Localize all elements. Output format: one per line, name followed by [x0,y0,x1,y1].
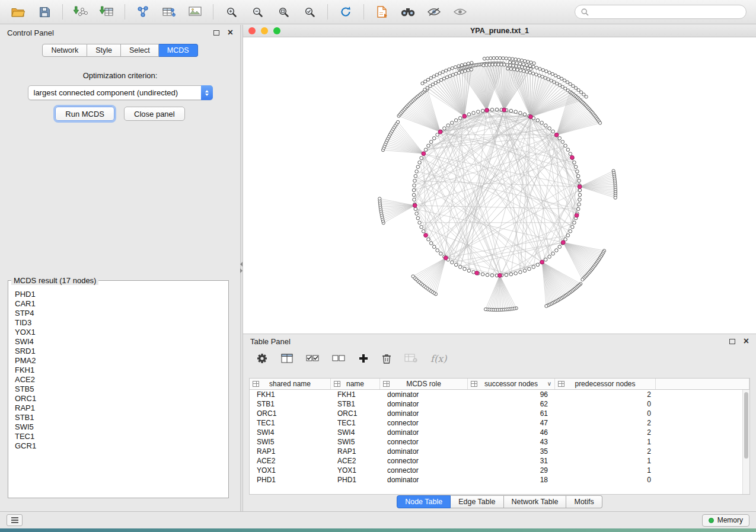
mcds-result-item[interactable]: ACE2 [15,375,222,384]
refresh-icon [340,6,352,18]
fx-icon: f(x) [430,353,446,364]
import-table-button[interactable] [94,2,119,21]
table-row[interactable]: FKH1FKH1dominator962 [250,390,749,399]
run-mcds-button[interactable]: Run MCDS [55,107,114,121]
tab-mcds[interactable]: MCDS [159,44,198,57]
column-attr-icon[interactable] [383,381,390,387]
close-panel-icon[interactable]: × [228,28,233,37]
column-header[interactable]: name [331,379,380,389]
tab-select[interactable]: Select [121,44,159,57]
column-header[interactable]: MCDS role [380,379,468,389]
search-box[interactable] [575,5,747,19]
import-network-button[interactable] [68,2,93,21]
mcds-result-item[interactable]: CAR1 [15,299,222,309]
collapse-left-icon[interactable] [240,262,243,267]
column-header[interactable]: shared name [250,379,331,389]
mcds-result-item[interactable]: FKH1 [15,366,222,375]
table-row[interactable]: STB1STB1dominator620 [250,399,749,409]
plus-icon [358,353,369,364]
table-row[interactable]: SWI4SWI4dominator462 [250,428,749,437]
tab-motifs[interactable]: Motifs [566,495,602,508]
zoom-selected-button[interactable] [297,2,322,21]
float-table-panel-icon[interactable] [729,339,735,344]
table-row[interactable]: YOX1YOX1connector291 [250,466,749,475]
tab-node-table[interactable]: Node Table [397,495,451,508]
table-header-row: shared namenameMCDS rolesuccessor nodes∨… [250,379,749,390]
copy-style-button[interactable] [369,2,394,21]
deselect-all-button[interactable] [332,353,345,364]
graphics-details-button[interactable] [422,2,446,21]
mcds-result-item[interactable]: RAP1 [15,403,222,413]
table-row[interactable]: ORC1ORC1dominator610 [250,409,749,418]
mcds-result-item[interactable]: STB5 [15,384,222,394]
zoom-fit-button[interactable] [271,2,296,21]
close-table-panel-icon[interactable]: × [744,336,749,346]
network-window: YPA_prune.txt_1 [243,25,756,334]
criterion-value: largest connected component (undirected) [28,88,201,97]
table-row[interactable]: SWI5SWI5connector431 [250,437,749,447]
show-hide-button[interactable] [448,2,473,21]
search-input[interactable] [592,8,740,16]
gear-icon [256,352,268,364]
column-header[interactable]: predecessor nodes [555,379,656,389]
table-settings-button[interactable] [256,352,268,364]
memory-button[interactable]: Memory [702,514,749,527]
tab-network-table[interactable]: Network Table [504,495,567,508]
mcds-result-item[interactable]: SRD1 [15,347,222,356]
new-network-button[interactable] [130,2,155,21]
table-toolbar: f(x) [243,348,756,368]
float-panel-icon[interactable] [213,30,219,36]
delete-table-button[interactable] [404,354,417,363]
close-panel-button[interactable]: Close panel [124,107,185,121]
column-attr-icon[interactable] [334,381,340,387]
network-from-image-button[interactable] [183,2,208,21]
column-attr-icon[interactable] [471,381,477,387]
table-row[interactable]: RAP1RAP1dominator352 [250,447,749,456]
mcds-result-item[interactable]: TID3 [15,318,222,328]
control-panel-title: Control Panel [7,28,54,37]
tab-network[interactable]: Network [42,44,87,57]
network-canvas[interactable] [243,37,756,334]
tab-edge-table[interactable]: Edge Table [451,495,503,508]
zoom-in-icon [226,7,237,18]
mcds-result-item[interactable]: SWI4 [15,337,222,347]
collapse-right-icon[interactable] [240,268,243,273]
mcds-result-item[interactable]: PMA2 [15,356,222,366]
task-history-button[interactable] [7,514,23,526]
select-all-button[interactable] [306,353,319,364]
sort-caret-icon[interactable]: ∨ [547,381,551,387]
table-row[interactable]: TEC1TEC1connector472 [250,418,749,428]
table-panel: Table Panel × f(x) shared namenameMCDS r… [243,334,756,511]
delete-column-button[interactable] [382,353,391,364]
mcds-result-item[interactable]: PHD1 [15,290,222,299]
table-row[interactable]: ACE2ACE2connector311 [250,456,749,466]
save-session-button[interactable] [32,2,57,21]
show-columns-button[interactable] [281,353,293,364]
function-builder-button[interactable]: f(x) [430,353,446,364]
mcds-result-item[interactable]: SWI5 [15,422,222,432]
refresh-button[interactable] [333,2,358,21]
add-column-button[interactable] [358,353,369,364]
zoom-out-button[interactable] [245,2,270,21]
mcds-result-item[interactable]: ORC1 [15,394,222,403]
toolbar-separator [62,4,63,20]
column-attr-icon[interactable] [558,381,564,387]
mcds-result-item[interactable]: TEC1 [15,432,222,441]
open-file-button[interactable] [6,2,31,21]
mcds-result-item[interactable]: STP4 [15,309,222,318]
mcds-result-item[interactable]: YOX1 [15,328,222,337]
tab-style[interactable]: Style [87,44,121,57]
network-from-table-button[interactable] [157,2,181,21]
column-attr-icon[interactable] [253,381,259,387]
find-button[interactable] [395,2,420,21]
criterion-dropdown[interactable]: largest connected component (undirected) [28,85,213,100]
table-scrollbar[interactable] [742,390,749,494]
mcds-result-item[interactable]: GCR1 [15,441,222,451]
document-share-icon [377,6,388,18]
scrollbar-thumb[interactable] [744,392,748,459]
zoom-in-button[interactable] [219,2,244,21]
table-panel-header: Table Panel × [243,334,756,348]
table-row[interactable]: PHD1PHD1dominator180 [250,475,749,485]
column-header[interactable]: successor nodes∨ [468,379,555,389]
mcds-result-item[interactable]: STB1 [15,413,222,422]
